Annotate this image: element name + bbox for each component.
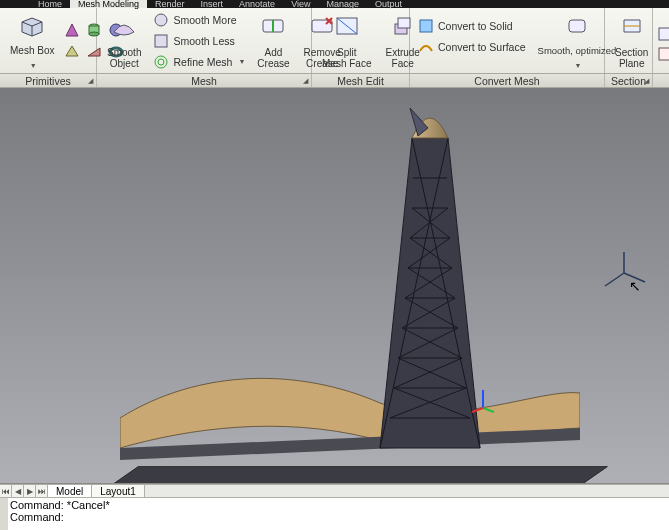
ribbon-group-mesh-edit: Split Mesh Face Extrude Face — [312, 8, 410, 73]
model-tab[interactable]: Model — [48, 485, 92, 497]
svg-marker-2 — [66, 24, 78, 36]
panel-label-blank — [653, 74, 669, 87]
smooth-less-label: Smooth Less — [173, 35, 234, 47]
section-plane-icon — [618, 14, 646, 38]
chevron-down-icon: ▼ — [574, 62, 581, 69]
viewport-3d[interactable]: ↖ — [0, 88, 669, 484]
tab-nav-next-button[interactable]: ▶ — [24, 485, 36, 497]
add-crease-icon — [259, 14, 287, 38]
convert-surface-icon — [418, 39, 434, 55]
chevron-down-icon: ▼ — [238, 58, 245, 65]
tab-render[interactable]: Render — [147, 0, 193, 8]
smooth-object-label: Smooth Object — [107, 47, 141, 69]
tab-manage[interactable]: Manage — [318, 0, 367, 8]
expand-icon: ◢ — [303, 77, 308, 85]
split-mesh-face-icon — [333, 14, 361, 38]
split-mesh-face-button[interactable]: Split Mesh Face — [316, 10, 377, 71]
convert-to-surface-button[interactable]: Convert to Surface — [414, 37, 530, 57]
ribbon: Mesh Box ▼ Smooth Object Smooth More — [0, 8, 669, 74]
section-option-1-button[interactable] — [657, 26, 669, 42]
smooth-more-button[interactable]: Smooth More — [149, 10, 249, 30]
ribbon-group-primitives: Mesh Box ▼ — [0, 8, 97, 73]
panel-label-mesh[interactable]: Mesh◢ — [97, 74, 312, 87]
panel-label-primitives[interactable]: Primitives◢ — [0, 74, 97, 87]
svg-rect-28 — [659, 48, 669, 60]
split-mesh-face-label: Split Mesh Face — [322, 47, 371, 69]
svg-line-58 — [472, 408, 483, 412]
mesh-box-icon — [18, 14, 46, 38]
ribbon-overflow — [653, 8, 669, 73]
svg-line-61 — [605, 273, 624, 286]
command-prompt: Command: — [10, 499, 67, 511]
command-echo: *Cancel* — [67, 499, 110, 511]
primitive-cone-button[interactable] — [62, 20, 82, 40]
ribbon-group-section: Section Plane — [605, 8, 653, 73]
convert-to-solid-button[interactable]: Convert to Solid — [414, 16, 530, 36]
command-history-line: Command: *Cancel* — [10, 499, 667, 511]
panel-label-mesh-edit[interactable]: Mesh Edit — [312, 74, 410, 87]
smooth-less-icon — [153, 33, 169, 49]
section-plane-label: Section Plane — [615, 47, 648, 69]
smooth-optimized-icon — [563, 14, 591, 38]
svg-point-10 — [155, 14, 167, 26]
model-tower — [320, 98, 540, 458]
smooth-more-label: Smooth More — [173, 14, 236, 26]
tab-output[interactable]: Output — [367, 0, 410, 8]
section-option-2-button[interactable] — [657, 46, 669, 62]
svg-line-57 — [483, 408, 494, 412]
svg-marker-29 — [380, 138, 480, 448]
mesh-box-button[interactable]: Mesh Box ▼ — [4, 10, 60, 71]
tab-annotate[interactable]: Annotate — [231, 0, 283, 8]
menu-tabstrip: Home Mesh Modeling Render Insert Annotat… — [0, 0, 669, 8]
smooth-object-button[interactable]: Smooth Object — [101, 10, 147, 71]
tab-home[interactable]: Home — [30, 0, 70, 8]
layout-tab-nav: ⏮ ◀ ▶ ⏭ — [0, 485, 48, 497]
tab-mesh-modeling[interactable]: Mesh Modeling — [70, 0, 147, 8]
convert-solid-icon — [418, 18, 434, 34]
tab-nav-last-button[interactable]: ⏭ — [36, 485, 48, 497]
layout1-tab[interactable]: Layout1 — [92, 485, 145, 497]
tab-nav-prev-button[interactable]: ◀ — [12, 485, 24, 497]
refine-mesh-button[interactable]: Refine Mesh ▼ — [149, 52, 249, 72]
mesh-box-label: Mesh Box — [10, 45, 54, 56]
svg-rect-22 — [398, 18, 410, 28]
command-window[interactable]: Command: *Cancel* Command: — [0, 498, 669, 530]
add-crease-label: Add Crease — [257, 47, 289, 69]
primitive-pyramid-button[interactable] — [62, 42, 82, 62]
smooth-object-icon — [110, 14, 138, 38]
refine-mesh-label: Refine Mesh — [173, 56, 232, 68]
tab-insert[interactable]: Insert — [193, 0, 232, 8]
view-axis-widget[interactable] — [599, 248, 649, 298]
smooth-more-icon — [153, 12, 169, 28]
convert-to-solid-label: Convert to Solid — [438, 20, 513, 32]
svg-rect-11 — [155, 35, 167, 47]
svg-point-12 — [155, 56, 167, 68]
expand-icon: ◢ — [88, 77, 93, 85]
ribbon-panel-labels: Primitives◢ Mesh◢ Mesh Edit Convert Mesh… — [0, 74, 669, 88]
svg-rect-23 — [420, 20, 432, 32]
refine-mesh-icon — [153, 54, 169, 70]
svg-marker-7 — [66, 46, 78, 56]
svg-rect-24 — [569, 20, 585, 32]
panel-label-section[interactable]: Section◢ — [605, 74, 653, 87]
cursor-icon: ↖ — [629, 278, 641, 294]
chevron-down-icon: ▼ — [30, 62, 37, 69]
convert-to-surface-label: Convert to Surface — [438, 41, 526, 53]
section-plane-button[interactable]: Section Plane — [609, 10, 654, 71]
svg-rect-27 — [659, 28, 669, 40]
layout-tab-bar: ⏮ ◀ ▶ ⏭ Model Layout1 — [0, 484, 669, 498]
add-crease-button[interactable]: Add Crease — [251, 10, 295, 71]
ribbon-group-convert-mesh: Convert to Solid Convert to Surface Smoo… — [410, 8, 605, 73]
ribbon-group-mesh: Smooth Object Smooth More Smooth Less Re… — [97, 8, 312, 73]
expand-icon: ◢ — [644, 77, 649, 85]
tab-nav-first-button[interactable]: ⏮ — [0, 485, 12, 497]
ucs-gizmo[interactable] — [470, 388, 496, 414]
command-prompt: Command: — [10, 511, 64, 523]
command-input-line[interactable]: Command: — [10, 511, 667, 523]
svg-point-13 — [158, 59, 164, 65]
smooth-less-button[interactable]: Smooth Less — [149, 31, 249, 51]
panel-label-convert-mesh[interactable]: Convert Mesh — [410, 74, 605, 87]
tab-view[interactable]: View — [283, 0, 318, 8]
